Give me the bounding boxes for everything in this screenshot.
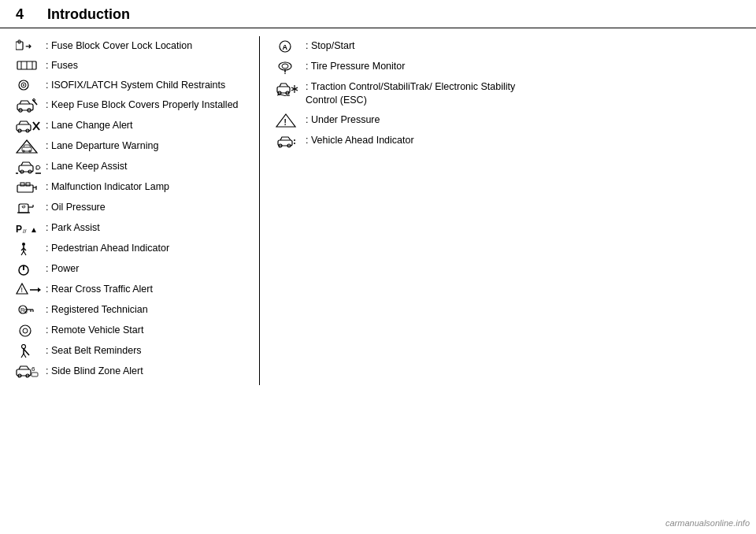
header-bar: 4 Introduction (0, 0, 756, 28)
svg-rect-29 (17, 185, 33, 192)
svg-point-71 (282, 64, 288, 69)
fuse-block-cover-lock-text: : Fuse Block Cover Lock Location (46, 39, 192, 53)
lane-keep-assist-icon (16, 160, 44, 174)
rear-cross-traffic-alert-icon: ! (16, 283, 44, 297)
content-area: ➜ : Fuse Block Cover Lock Location : Fus… (0, 36, 756, 385)
right-column: A : Stop/Start : Tire Pr (260, 36, 528, 385)
svg-point-85 (294, 139, 295, 141)
svg-text:Rg: Rg (20, 307, 28, 313)
lane-departure-warning-icon (16, 139, 44, 154)
oil-pressure-text: : Oil Pressure (46, 201, 106, 214)
svg-text:A: A (283, 43, 288, 51)
list-item: : Lane Departure Warning (16, 139, 247, 154)
svg-line-43 (21, 251, 24, 255)
svg-point-56 (20, 325, 31, 336)
rear-cross-traffic-alert-text: : Rear Cross Traffic Alert (46, 283, 153, 296)
svg-point-9 (23, 84, 24, 86)
left-column: ➜ : Fuse Block Cover Lock Location : Fus… (16, 36, 260, 385)
list-item: 6 : Side Blind Zone Alert (16, 365, 247, 379)
list-item: : Seat Belt Reminders (16, 344, 247, 358)
lane-keep-assist-text: : Lane Keep Assist (46, 160, 128, 173)
lane-change-alert-icon (16, 119, 44, 133)
page-title: Introduction (47, 6, 740, 23)
svg-text:▲: ▲ (30, 225, 38, 234)
list-item: ! : Rear Cross Traffic Alert (16, 283, 247, 297)
svg-text:➜: ➜ (25, 42, 32, 50)
svg-point-58 (22, 344, 26, 348)
pedestrian-ahead-indicator-text: : Pedestrian Ahead Indicator (46, 242, 169, 255)
seat-belt-reminders-text: : Seat Belt Reminders (46, 344, 142, 358)
svg-line-62 (24, 354, 26, 358)
list-item: : Lane Keep Assist (16, 160, 247, 174)
fuses-icon (16, 59, 44, 72)
list-item: P // ▲ : Park Assist (16, 221, 247, 235)
list-item: : ISOFIX/LATCH System Child Restraints (16, 79, 247, 92)
keep-fuse-block-icon (16, 98, 44, 113)
svg-text:!: ! (21, 286, 24, 294)
svg-marker-50 (38, 287, 41, 292)
watermark: carmanualsonline.info (665, 518, 750, 528)
pedestrian-ahead-indicator-icon (16, 242, 44, 256)
tire-pressure-monitor-text: : Tire Pressure Monitor (306, 60, 405, 73)
list-item: : Malfunction Indicator Lamp (16, 180, 247, 195)
list-item: Rg : Registered Technician (16, 303, 247, 317)
keep-fuse-block-text: : Keep Fuse Block Covers Properly Instal… (46, 98, 239, 112)
list-item: : Pedestrian Ahead Indicator (16, 242, 247, 256)
list-item: : Vehicle Ahead Indicator (276, 134, 528, 148)
lane-departure-warning-text: : Lane Departure Warning (46, 139, 158, 153)
vehicle-ahead-indicator-icon (276, 134, 304, 148)
vehicle-ahead-indicator-text: : Vehicle Ahead Indicator (306, 134, 414, 147)
malfunction-indicator-lamp-text: : Malfunction Indicator Lamp (46, 180, 169, 194)
remote-vehicle-start-text: : Remote Vehicle Start (46, 324, 143, 337)
isofix-latch-text: : ISOFIX/LATCH System Child Restraints (46, 79, 225, 92)
page-container: 4 Introduction ➜ : Fuse Block Cover Lock… (0, 0, 756, 534)
svg-line-61 (21, 354, 24, 358)
malfunction-indicator-lamp-icon (16, 180, 44, 195)
power-text: : Power (46, 262, 79, 276)
svg-rect-67 (32, 373, 38, 376)
list-item: : Keep Fuse Block Covers Properly Instal… (16, 98, 247, 113)
list-item: : Fuses (16, 59, 247, 72)
traction-control-text: : Traction Control/StabiliTrak/ Electron… (306, 80, 528, 107)
svg-point-57 (23, 328, 28, 333)
tire-pressure-monitor-icon (276, 60, 304, 74)
svg-line-44 (24, 251, 26, 255)
park-assist-text: : Park Assist (46, 221, 100, 235)
svg-point-86 (294, 143, 295, 144)
svg-point-14 (33, 98, 35, 101)
svg-text:!: ! (284, 118, 287, 127)
list-item: : Lane Change Alert (16, 119, 247, 133)
registered-technician-text: : Registered Technician (46, 303, 148, 317)
svg-rect-21 (22, 147, 32, 151)
svg-text://: // (23, 228, 27, 235)
seat-belt-reminders-icon (16, 344, 44, 358)
stop-start-icon: A (276, 39, 304, 54)
page-number: 4 (16, 6, 24, 23)
list-item: ! : Under Pressure (276, 113, 528, 128)
svg-text:P: P (16, 224, 22, 235)
under-pressure-text: : Under Pressure (306, 113, 380, 127)
fuses-text: : Fuses (46, 59, 78, 72)
list-item: : Oil Pressure (16, 201, 247, 215)
list-item: : Traction Control/StabiliTrak/ Electron… (276, 80, 528, 107)
under-pressure-icon: ! (276, 113, 304, 128)
remote-vehicle-start-icon (16, 324, 44, 338)
registered-technician-icon: Rg (16, 303, 44, 317)
traction-control-icon (276, 82, 304, 96)
lane-change-alert-text: : Lane Change Alert (46, 119, 133, 132)
list-item: : Tire Pressure Monitor (276, 60, 528, 74)
svg-point-73 (284, 73, 286, 74)
svg-text:6: 6 (32, 365, 35, 373)
list-item: ➜ : Fuse Block Cover Lock Location (16, 39, 247, 53)
list-item: : Power (16, 262, 247, 276)
fuse-block-cover-lock-icon: ➜ (16, 39, 44, 52)
side-blind-zone-alert-text: : Side Blind Zone Alert (46, 365, 143, 378)
list-item: : Remote Vehicle Start (16, 324, 247, 338)
stop-start-text: : Stop/Start (306, 39, 355, 53)
park-assist-icon: P // ▲ (16, 221, 44, 235)
list-item: A : Stop/Start (276, 39, 528, 54)
oil-pressure-icon (16, 201, 44, 215)
isofix-latch-icon (16, 79, 44, 91)
power-icon (16, 262, 44, 276)
svg-rect-74 (277, 87, 290, 93)
